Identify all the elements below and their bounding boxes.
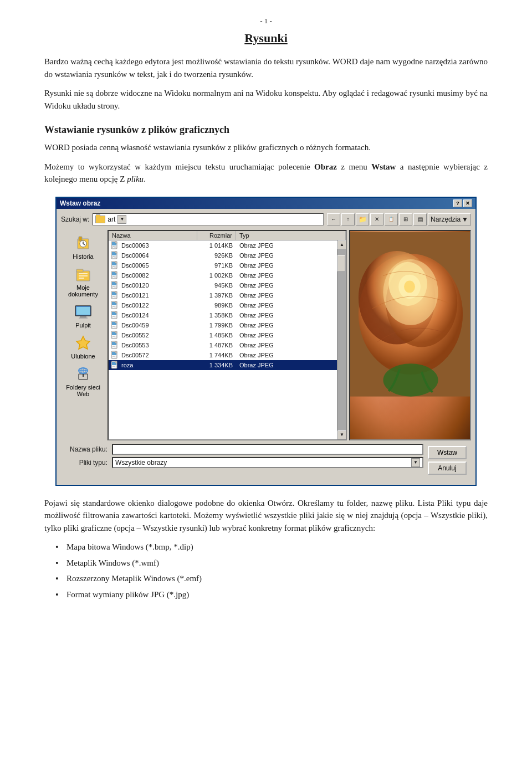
file-row[interactable]: JPEG roza1 334KBObraz JPEG	[109, 360, 337, 370]
scroll-up-btn[interactable]: ▲	[337, 240, 346, 249]
svg-rect-71	[115, 361, 117, 363]
file-icon: JPEG	[111, 341, 120, 350]
file-icon: JPEG	[111, 331, 120, 340]
sidebar-historia-label: Historia	[73, 253, 93, 260]
col-nazwa[interactable]: Nazwa	[109, 231, 197, 240]
file-icon: JPEG	[111, 251, 120, 260]
file-row[interactable]: JPEG Dsc005721 744KBObraz JPEG	[109, 350, 337, 360]
sidebar-ulubione-label: Ulubione	[71, 353, 95, 360]
sidebar-item-foldery[interactable]: Foldery sieci Web	[63, 363, 103, 399]
file-type: Obraz JPEG	[236, 272, 337, 279]
col-rozmiar[interactable]: Rozmiar	[197, 231, 236, 240]
paragraph-1: Bardzo ważną cechą każdego edytora jest …	[44, 55, 488, 80]
file-row[interactable]: JPEG Dsc005521 485KBObraz JPEG	[109, 330, 337, 340]
file-row[interactable]: JPEG Dsc00064926KBObraz JPEG	[109, 250, 337, 260]
svg-text:JPEG: JPEG	[112, 336, 117, 338]
file-row[interactable]: JPEG Dsc001241 358KBObraz JPEG	[109, 310, 337, 320]
file-name: Dsc00121	[121, 292, 149, 299]
p4-start: Możemy to wykorzystać w każdym miejscu t…	[44, 162, 314, 171]
svg-rect-59	[115, 331, 117, 333]
file-name: Dsc00572	[121, 352, 149, 358]
svg-text:JPEG: JPEG	[112, 346, 117, 348]
file-icon: JPEG	[111, 261, 120, 270]
view2-button[interactable]: ▤	[413, 213, 427, 225]
scroll-down-btn[interactable]: ▼	[337, 430, 346, 439]
svg-rect-13	[79, 317, 88, 319]
wstaw-button[interactable]: Wstaw	[428, 446, 467, 459]
file-name: Dsc00120	[121, 282, 149, 289]
svg-text:JPEG: JPEG	[112, 246, 117, 248]
svg-rect-31	[115, 262, 117, 263]
sidebar-item-ulubione[interactable]: Ulubione	[63, 332, 103, 362]
close-button[interactable]: ✕	[463, 199, 472, 207]
sidebar-item-moje-dokumenty[interactable]: Moje dokumenty	[63, 263, 103, 300]
paragraph-4: Możemy to wykorzystać w każdym miejscu t…	[44, 161, 488, 186]
p4-mid: z menu	[337, 162, 371, 171]
back-button[interactable]: ←	[327, 213, 340, 225]
file-type: Obraz JPEG	[236, 352, 337, 358]
desktop-icon	[74, 303, 92, 321]
file-name: Dsc00553	[121, 342, 149, 348]
svg-rect-8	[79, 275, 88, 276]
szukaj-label: Szukaj w:	[61, 216, 89, 223]
toolbar-row: Szukaj w: art ▼ ← ↑ 📁 ✕ 📋 ⊞ ▤ Narzędzia …	[61, 213, 471, 225]
file-size: 926KB	[197, 252, 236, 259]
folder-button[interactable]: 📁	[356, 213, 369, 225]
file-row[interactable]: JPEG Dsc001211 397KBObraz JPEG	[109, 290, 337, 300]
file-name: Dsc00459	[121, 322, 149, 329]
svg-text:JPEG: JPEG	[112, 286, 117, 288]
file-name: Dsc00124	[121, 312, 149, 319]
narzedzia-button[interactable]: Narzędzia ▼	[428, 213, 471, 225]
scroll-grip[interactable]	[337, 255, 345, 271]
file-row[interactable]: JPEG Dsc000631 014KBObraz JPEG	[109, 240, 337, 250]
location-bar[interactable]: art ▼	[93, 213, 324, 225]
file-row[interactable]: JPEG Dsc004591 799KBObraz JPEG	[109, 320, 337, 330]
file-row[interactable]: JPEG Dsc00120945KBObraz JPEG	[109, 280, 337, 290]
file-icon: JPEG	[111, 311, 120, 320]
help-button[interactable]: ?	[453, 199, 462, 207]
bottom-inputs: Nazwa pliku: Pliki typu: Wszystkie obraz…	[65, 444, 423, 468]
file-size: 1 799KB	[197, 322, 236, 329]
location-dropdown-arrow[interactable]: ▼	[117, 215, 126, 224]
anuluj-button[interactable]: Anuluj	[428, 462, 467, 475]
filename-input[interactable]	[112, 444, 423, 455]
file-size: 1 487KB	[197, 342, 236, 348]
filetype-arrow[interactable]: ▼	[411, 458, 420, 467]
col-typ[interactable]: Typ	[236, 231, 346, 240]
file-row[interactable]: JPEG Dsc000821 002KBObraz JPEG	[109, 270, 337, 280]
p4-wstaw: Wstaw	[371, 162, 396, 171]
action-buttons: Wstaw Anuluj	[428, 444, 467, 477]
sidebar-item-pulpit[interactable]: Pulpit	[63, 301, 103, 331]
file-type: Obraz JPEG	[236, 302, 337, 309]
file-row[interactable]: JPEG Dsc00065971KBObraz JPEG	[109, 260, 337, 270]
svg-text:JPEG: JPEG	[112, 306, 117, 308]
paragraph-5: Pojawi się standardowe okienko dialogowe…	[44, 497, 488, 535]
filename-label: Nazwa pliku:	[65, 445, 110, 453]
filetype-row: Pliki typu: Wszystkie obrazy ▼	[65, 457, 423, 468]
file-size: 945KB	[197, 282, 236, 289]
filetype-dropdown[interactable]: Wszystkie obrazy ▼	[112, 457, 423, 468]
file-icon: JPEG	[111, 321, 120, 330]
new-folder-button[interactable]: 📋	[385, 213, 398, 225]
file-size: 1 014KB	[197, 242, 236, 249]
scroll-track[interactable]	[337, 249, 346, 430]
bottom-row: Nazwa pliku: Pliki typu: Wszystkie obraz…	[65, 444, 467, 477]
svg-rect-7	[79, 273, 88, 274]
dialog-body: Szukaj w: art ▼ ← ↑ 📁 ✕ 📋 ⊞ ▤ Narzędzia …	[57, 209, 475, 485]
up-button[interactable]: ↑	[341, 213, 355, 225]
scrollbar[interactable]: ▲ ▼	[337, 240, 346, 439]
file-name: Dsc00064	[121, 252, 149, 259]
location-text: art	[108, 216, 115, 223]
format-list: Mapa bitowa Windows (*.bmp, *.dip) Metap…	[66, 541, 488, 601]
view-button[interactable]: ⊞	[399, 213, 412, 225]
file-type: Obraz JPEG	[236, 292, 337, 299]
toolbar-buttons: ← ↑ 📁 ✕ 📋 ⊞ ▤ Narzędzia ▼	[327, 213, 471, 225]
sidebar-item-historia[interactable]: Historia	[63, 232, 103, 262]
rose-preview-image	[350, 231, 470, 439]
delete-button[interactable]: ✕	[370, 213, 383, 225]
svg-rect-11	[76, 307, 90, 315]
main-area: Historia Moje dokumenty	[61, 230, 471, 440]
file-row[interactable]: JPEG Dsc005531 487KBObraz JPEG	[109, 340, 337, 350]
file-type: Obraz JPEG	[236, 252, 337, 259]
file-row[interactable]: JPEG Dsc00122989KBObraz JPEG	[109, 300, 337, 310]
